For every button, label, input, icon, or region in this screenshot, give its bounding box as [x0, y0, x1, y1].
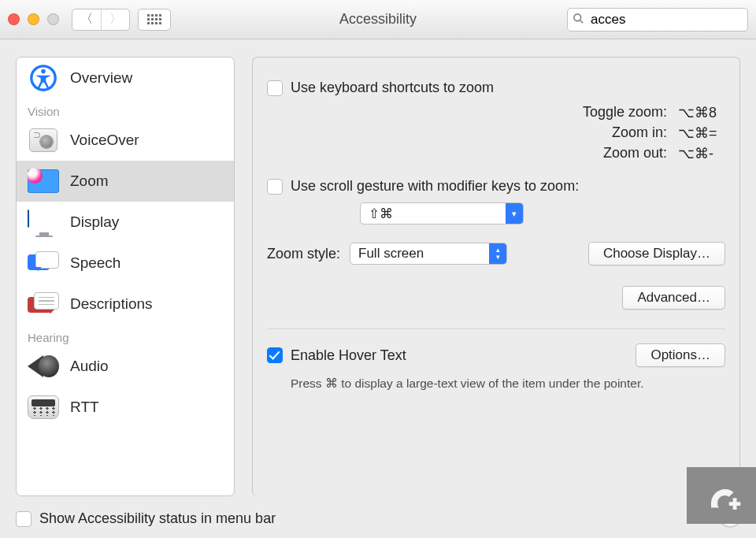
menubar-status-label: Show Accessibility status in menu bar — [39, 510, 276, 527]
scroll-gesture-label: Use scroll gesture with modifier keys to… — [291, 178, 579, 195]
svg-point-0 — [574, 13, 581, 20]
search-field-container[interactable]: ✕ — [567, 8, 748, 32]
keyboard-shortcuts-label: Use keyboard shortcuts to zoom — [291, 80, 494, 96]
section-header-hearing: Hearing — [17, 325, 234, 346]
search-icon — [573, 13, 584, 27]
zoom-icon — [28, 169, 59, 194]
traffic-lights — [8, 13, 59, 25]
back-button[interactable]: 〈 — [72, 9, 101, 30]
menubar-status-checkbox[interactable] — [16, 511, 32, 527]
hover-text-checkbox[interactable] — [267, 347, 283, 363]
svg-point-4 — [41, 69, 46, 74]
keyboard-shortcuts-row: Use keyboard shortcuts to zoom — [267, 80, 725, 96]
sidebar-item-label: Zoom — [70, 173, 109, 190]
show-all-prefs-button[interactable] — [138, 9, 171, 31]
sidebar-item-audio[interactable]: Audio — [17, 346, 234, 387]
svg-line-1 — [580, 20, 583, 22]
sidebar-item-overview[interactable]: Overview — [17, 58, 234, 98]
sidebar-item-label: Speech — [70, 254, 120, 272]
divider — [267, 328, 725, 329]
watermark-logo — [687, 467, 756, 524]
shortcut-label: Zoom in: — [415, 124, 667, 142]
sidebar-item-descriptions[interactable]: Descriptions — [17, 284, 234, 325]
sidebar-item-label: Descriptions — [70, 295, 153, 313]
hover-text-options-button[interactable]: Options… — [636, 343, 725, 367]
forward-button: 〉 — [101, 9, 129, 30]
search-input[interactable] — [589, 11, 756, 28]
scroll-gesture-row: Use scroll gesture with modifier keys to… — [267, 178, 725, 195]
sidebar-item-rtt[interactable]: RTT — [17, 387, 234, 428]
chevron-right-icon: 〉 — [109, 12, 122, 25]
minimize-window-button[interactable] — [28, 13, 39, 25]
hover-text-label: Enable Hover Text — [291, 347, 406, 364]
accessibility-icon — [28, 65, 59, 91]
keyboard-shortcuts-checkbox[interactable] — [267, 80, 283, 96]
section-header-vision: Vision — [17, 98, 234, 120]
shortcut-keys: ⌥⌘= — [678, 124, 725, 142]
window-toolbar: 〈 〉 Accessibility ✕ — [0, 0, 756, 39]
hover-text-hint: Press ⌘ to display a large-text view of … — [291, 377, 725, 391]
scroll-gesture-checkbox[interactable] — [267, 179, 283, 195]
sidebar-item-label: Display — [70, 213, 119, 231]
shortcut-label: Zoom out: — [415, 145, 667, 162]
sidebar-item-label: Overview — [70, 69, 132, 87]
rtt-icon — [28, 395, 59, 420]
scroll-modifier-dropdown[interactable]: ⇧⌘ ▾ — [360, 202, 524, 224]
descriptions-icon — [28, 291, 59, 317]
nav-back-forward: 〈 〉 — [72, 9, 130, 31]
shortcut-row: Zoom out: ⌥⌘- — [267, 143, 725, 164]
chevron-down-icon: ▾ — [506, 203, 523, 224]
zoom-style-label: Zoom style: — [267, 246, 340, 262]
dropdown-value: ⇧⌘ — [361, 206, 506, 222]
shortcut-row: Zoom in: ⌥⌘= — [267, 123, 725, 143]
zoom-style-dropdown[interactable]: Full screen ▴▾ — [350, 243, 507, 265]
audio-icon — [28, 354, 59, 379]
category-sidebar[interactable]: Overview Vision VoiceOver Zoom Display S… — [16, 57, 235, 496]
chevron-updown-icon: ▴▾ — [489, 243, 506, 264]
sidebar-item-label: RTT — [70, 399, 99, 416]
menubar-status-row: Show Accessibility status in menu bar — [16, 510, 276, 527]
shortcut-list: Toggle zoom: ⌥⌘8 Zoom in: ⌥⌘= Zoom out: … — [267, 102, 725, 164]
shortcut-keys: ⌥⌘8 — [678, 104, 725, 121]
sidebar-item-label: VoiceOver — [70, 132, 139, 149]
shortcut-keys: ⌥⌘- — [678, 145, 725, 162]
shortcut-row: Toggle zoom: ⌥⌘8 — [267, 102, 725, 123]
display-icon — [28, 210, 59, 235]
sidebar-item-label: Audio — [70, 358, 109, 375]
voiceover-icon — [28, 128, 59, 153]
shortcut-label: Toggle zoom: — [415, 104, 667, 121]
sidebar-item-voiceover[interactable]: VoiceOver — [17, 120, 234, 161]
sidebar-item-speech[interactable]: Speech — [17, 243, 234, 284]
chevron-left-icon: 〈 — [80, 12, 93, 25]
grid-icon — [147, 14, 161, 25]
close-window-button[interactable] — [8, 13, 20, 25]
choose-display-button[interactable]: Choose Display… — [588, 242, 725, 265]
settings-panel: Use keyboard shortcuts to zoom Toggle zo… — [252, 57, 740, 496]
fullscreen-window-button — [47, 13, 59, 25]
advanced-button[interactable]: Advanced… — [622, 286, 725, 310]
speech-icon — [28, 250, 59, 276]
sidebar-item-display[interactable]: Display — [17, 202, 234, 243]
dropdown-value: Full screen — [350, 246, 489, 262]
sidebar-item-zoom[interactable]: Zoom — [17, 161, 234, 202]
